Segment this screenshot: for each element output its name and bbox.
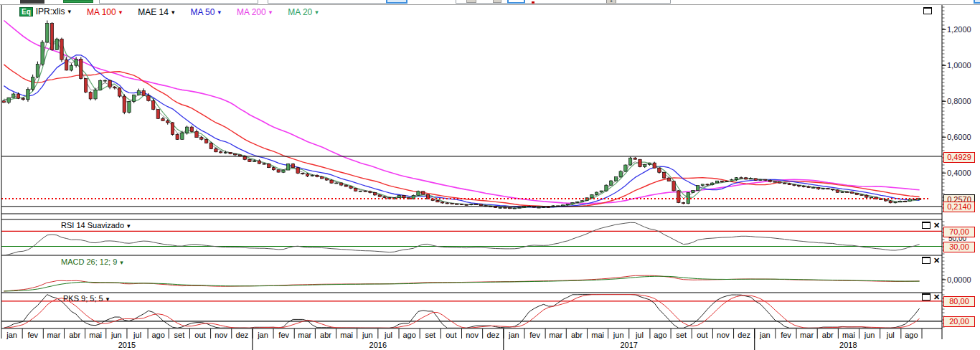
- toolbar-fragment[interactable]: [20, 0, 44, 4]
- time-axis-month-label: jun: [859, 331, 880, 339]
- rsi-maximize-icon[interactable]: [922, 222, 930, 229]
- time-axis-month-label: mar: [796, 331, 817, 339]
- time-axis-month-label: jan: [253, 331, 273, 339]
- rsi-title-label: RSI 14 Suavizado: [61, 221, 124, 230]
- stoch-k-line: [4, 295, 919, 328]
- time-axis-month-label: dez: [483, 331, 504, 339]
- toolbar-cutoff-strip: +: [0, 0, 980, 4]
- pks-close-icon[interactable]: ✕: [933, 293, 940, 301]
- time-axis-month-label: abr: [566, 331, 587, 339]
- time-axis-month-label: ago: [901, 331, 922, 339]
- macd-panel-title[interactable]: MACD 26; 12; 9▾: [61, 257, 123, 266]
- time-axis-month-label: ago: [650, 331, 671, 339]
- chevron-down-icon: ▾: [315, 9, 319, 16]
- ma-100-line: [4, 65, 919, 207]
- toolbar-input-fragment[interactable]: [268, 0, 388, 4]
- stoch-level-label[interactable]: 20,00: [943, 316, 975, 327]
- pks-panel-title[interactable]: PKS 9; 5; 5▾: [63, 294, 109, 303]
- time-axis-month-label: abr: [817, 331, 838, 339]
- legend-item-mae-14[interactable]: MAE 14▾: [138, 7, 174, 17]
- time-axis-month-label: jul: [629, 331, 650, 339]
- chevron-down-icon: ▾: [127, 222, 131, 230]
- price-axis-tick-label: 0,8000: [947, 97, 980, 106]
- legend-item-label: MA 20: [288, 7, 312, 17]
- time-axis-month-label: abr: [65, 331, 85, 339]
- time-axis-month-label: jun: [357, 331, 378, 339]
- toolbar-input-fragment[interactable]: [456, 0, 671, 4]
- time-axis-month-label: jan: [504, 331, 524, 339]
- ticker-label: IPR:xlis: [36, 6, 65, 16]
- price-axis-tick-label: 0,4000: [947, 169, 980, 178]
- price-level-label[interactable]: 0,2140: [943, 202, 975, 212]
- toolbar-button-fragment[interactable]: [493, 0, 501, 3]
- chevron-down-icon: ▾: [171, 9, 175, 16]
- chevron-down-icon: ▾: [106, 295, 110, 303]
- price-axis-tick-label: 1,2000: [947, 25, 980, 34]
- toolbar-button-fragment[interactable]: [466, 0, 476, 3]
- stoch-layer: [4, 295, 919, 328]
- legend-item-ma-200[interactable]: MA 200▾: [237, 7, 272, 17]
- rsi-panel-title[interactable]: RSI 14 Suavizado▾: [61, 221, 131, 230]
- time-axis-month-label: mar: [294, 331, 315, 339]
- rsi-level-label[interactable]: 30,00: [943, 242, 975, 252]
- chevron-down-icon: ▾: [217, 9, 221, 16]
- macd-maximize-icon[interactable]: [922, 257, 930, 264]
- add-button-fragment[interactable]: +: [606, 0, 616, 4]
- toolbar-fragment[interactable]: [63, 0, 93, 3]
- pks-maximize-icon[interactable]: [922, 293, 930, 301]
- time-axis-month-label: nov: [211, 331, 232, 339]
- time-axis-year-label: 2015: [1, 341, 253, 349]
- ma-200-line: [4, 21, 919, 204]
- price-level-label[interactable]: 0,4929: [943, 152, 975, 163]
- time-axis-month-label: fev: [22, 331, 43, 339]
- time-axis-month-label: dez: [232, 331, 253, 339]
- time-axis-month-label: jun: [106, 331, 127, 339]
- toolbar-selected-button-fragment[interactable]: [974, 0, 980, 4]
- toolbar-selected-button-fragment[interactable]: [507, 0, 525, 4]
- time-axis-month-label: fev: [524, 331, 545, 339]
- toolbar-input-fragment[interactable]: [99, 0, 258, 4]
- macd-title-label: MACD 26; 12; 9: [61, 257, 117, 266]
- macd-zero-axis-label: 0,0000: [947, 275, 980, 285]
- chevron-down-icon: ▾: [67, 8, 71, 15]
- trading-chart-window: + Eq IPR:xlis ▾ MA 100▾MAE 14▾MA 50▾MA 2…: [0, 0, 980, 350]
- time-axis-month-label: mai: [838, 331, 859, 339]
- pks-title-label: PKS 9; 5; 5: [63, 294, 103, 303]
- stoch-d-line: [4, 295, 919, 328]
- equity-badge: Eq: [19, 7, 33, 16]
- legend-item-ma-50[interactable]: MA 50▾: [190, 7, 221, 17]
- time-axis-month-label: ago: [399, 331, 420, 339]
- price-axis-tick-label: 1,0000: [947, 61, 980, 70]
- main-chart-maximize-icon[interactable]: [923, 7, 932, 14]
- chevron-down-icon: ▾: [119, 9, 123, 16]
- time-axis-month-label: set: [671, 331, 692, 339]
- time-axis-month-label: mar: [43, 331, 64, 339]
- time-axis-month-label: out: [440, 331, 461, 339]
- time-axis-month-label: ago: [148, 331, 169, 339]
- time-axis-month-label: mai: [85, 331, 106, 339]
- time-axis-month-label: out: [189, 331, 210, 339]
- indicator-legend: Eq IPR:xlis ▾ MA 100▾MAE 14▾MA 50▾MA 200…: [19, 6, 334, 17]
- legend-item-ma-100[interactable]: MA 100▾: [87, 7, 122, 17]
- time-axis-month-label: dez: [734, 331, 755, 339]
- time-axis-month-label: jan: [755, 331, 776, 339]
- chevron-down-icon: ▾: [269, 9, 273, 16]
- ticker-dropdown[interactable]: IPR:xlis ▾: [36, 6, 71, 16]
- time-axis-year-label: 2018: [755, 341, 942, 349]
- time-axis-month-label: jul: [378, 331, 399, 339]
- legend-item-label: MA 50: [190, 7, 215, 17]
- time-axis-month-label: fev: [273, 331, 294, 339]
- toolbar-selected-button-fragment[interactable]: [386, 0, 407, 4]
- legend-item-ma-20[interactable]: MA 20▾: [288, 7, 319, 17]
- time-axis-year-label: 2017: [504, 341, 755, 349]
- rsi-close-icon[interactable]: ✕: [933, 222, 940, 229]
- macd-close-icon[interactable]: ✕: [933, 257, 940, 264]
- rsi-layer: [4, 222, 919, 255]
- time-axis-month-label: fev: [776, 331, 796, 339]
- rsi-level-label[interactable]: 70,00: [943, 227, 975, 237]
- time-axis-year-label: 2016: [253, 341, 504, 349]
- legend-item-label: MA 100: [87, 7, 116, 17]
- mae-14-line: [4, 41, 919, 208]
- price-chart-canvas[interactable]: [0, 0, 980, 350]
- stoch-level-label[interactable]: 80,00: [943, 296, 975, 307]
